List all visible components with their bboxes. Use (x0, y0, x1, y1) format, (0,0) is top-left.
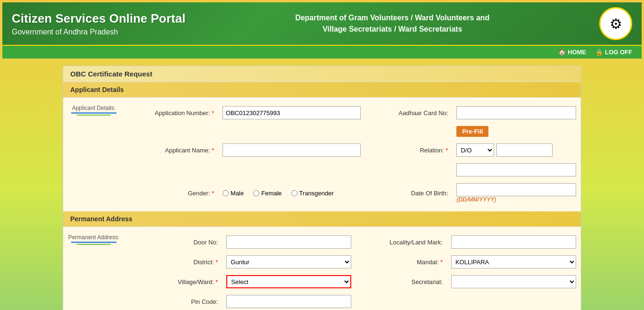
logoff-label: LOG OFF (605, 49, 632, 56)
permanent-form-area: Door No: Locality/Land Mark: Distri (124, 232, 581, 310)
relation-extra-input[interactable] (456, 163, 576, 176)
door-input-cell (223, 233, 355, 251)
aadhaar-input-cell (453, 103, 580, 122)
applicant-sidebar-label: Applicant Details: (66, 105, 122, 111)
sidebar-green-line (77, 115, 111, 116)
lock-icon: 🔒 (595, 49, 603, 56)
application-number-row: Application Number: * Aadhaar Card No: (125, 103, 580, 122)
prefill-button[interactable]: Pre-Fill (456, 126, 488, 137)
home-nav[interactable]: 🏠 HOME (558, 49, 586, 56)
app-name-input-cell (219, 141, 364, 159)
locality-input[interactable] (451, 235, 576, 249)
village-select-cell: Select (223, 272, 355, 291)
gender-label: Gender: * (125, 180, 218, 206)
applicant-form: Applicant Details: Application Number: * (63, 98, 581, 211)
home-icon: 🏠 (558, 49, 566, 56)
pincode-input-cell (223, 292, 355, 310)
mandal-select-cell: KOLLIPARA (447, 252, 580, 271)
permanent-sidebar-label: Permanent Address: (66, 234, 122, 241)
relation-cell: D/O S/O W/O (453, 141, 556, 159)
navbar: 🏠 HOME 🔒 LOG OFF (2, 45, 642, 59)
door-input[interactable] (226, 235, 351, 249)
applicant-layout: Applicant Details: Application Number: * (63, 102, 581, 207)
home-label: HOME (568, 49, 586, 56)
gender-male-radio[interactable] (223, 190, 229, 196)
door-label: Door No: (125, 233, 222, 251)
application-number-input[interactable] (223, 106, 361, 119)
logoff-nav[interactable]: 🔒 LOG OFF (595, 49, 632, 56)
permanent-sidebar: Permanent Address: (63, 232, 124, 310)
sidebar-blue-line (71, 112, 116, 114)
relation-select[interactable]: D/O S/O W/O (456, 143, 494, 157)
village-secretariat-row: Village/Ward: * Select Secretariat: (125, 272, 580, 291)
relation-name-row (125, 160, 580, 179)
secretariat-select-cell (447, 272, 580, 291)
district-label: District: * (125, 252, 222, 271)
applicant-table: Application Number: * Aadhaar Card No: (124, 102, 581, 207)
dept-info: Department of Gram Volunteers / Ward Vol… (295, 12, 489, 35)
portal-title: Citizen Services Online Portal (12, 11, 185, 26)
header-logo: ⚙ (599, 7, 632, 40)
gender-group: Male Female Transgender (223, 190, 361, 197)
pincode-label: Pin Code: (125, 292, 222, 310)
permanent-table: Door No: Locality/Land Mark: Distri (124, 232, 581, 310)
perm-blue-line (71, 242, 116, 243)
dept-line2: Village Secretariats / Ward Secretariats (295, 24, 489, 35)
dob-cell: (DD/MM/YYYY) (453, 180, 580, 206)
applicant-name-input[interactable] (223, 143, 361, 157)
applicant-name-row: Applicant Name: * Relation: * (125, 141, 580, 159)
prefill-row: Pre-Fill (125, 123, 580, 140)
permanent-section-header: Permanent Address (63, 211, 581, 227)
perm-green-line (77, 244, 111, 245)
gender-female-radio[interactable] (253, 190, 259, 196)
mandal-select[interactable]: KOLLIPARA (451, 255, 576, 268)
app-name-label: Applicant Name: * (125, 141, 218, 159)
header-left: Citizen Services Online Portal Governmen… (12, 11, 185, 36)
village-select[interactable]: Select (226, 275, 351, 288)
gender-female-option[interactable]: Female (253, 190, 281, 197)
relation-extra-cell (453, 160, 580, 179)
page-section-title: OBC Certificate Request (63, 66, 581, 82)
gender-dob-row: Gender: * Male (125, 180, 580, 206)
portal-subtitle: Government of Andhra Pradesh (12, 28, 185, 36)
dept-line1: Department of Gram Volunteers / Ward Vol… (295, 12, 489, 24)
aadhaar-input[interactable] (456, 106, 576, 119)
permanent-form: Permanent Address: Door No: Locality/Lan… (63, 227, 581, 310)
pincode-row: Pin Code: (125, 292, 580, 310)
gender-male-option[interactable]: Male (223, 190, 244, 197)
app-num-input-cell (219, 103, 364, 122)
aadhaar-label: Aadhaar Card No: (365, 103, 452, 122)
relation-name-input[interactable] (496, 143, 553, 157)
village-label: Village/Ward: * (125, 272, 222, 291)
dob-input[interactable] (456, 183, 576, 196)
district-mandal-row: District: * Guntur Krishna Visakhapatnam (125, 252, 580, 271)
applicant-sidebar: Applicant Details: (63, 102, 124, 207)
dob-label: Date Of Birth: (365, 180, 452, 206)
permanent-layout: Permanent Address: Door No: Locality/Lan… (63, 232, 581, 310)
app-num-label: Application Number: * (125, 103, 218, 122)
district-select[interactable]: Guntur Krishna Visakhapatnam (226, 255, 351, 268)
locality-input-cell (447, 233, 580, 251)
applicant-section-header: Applicant Details (63, 82, 581, 98)
gender-transgender-option[interactable]: Transgender (291, 190, 334, 197)
header: Citizen Services Online Portal Governmen… (2, 2, 642, 45)
secretariat-label: Secretariat: (356, 272, 446, 291)
relation-label: Relation: * (365, 141, 452, 159)
pincode-input[interactable] (226, 295, 351, 308)
locality-label: Locality/Land Mark: (356, 233, 446, 251)
secretariat-select[interactable] (451, 275, 576, 288)
prefill-cell: Pre-Fill (453, 123, 580, 140)
logo-icon: ⚙ (610, 16, 622, 32)
gender-transgender-radio[interactable] (291, 190, 297, 196)
gender-cell: Male Female Transgender (219, 180, 364, 206)
district-select-cell: Guntur Krishna Visakhapatnam (223, 252, 355, 271)
door-locality-row: Door No: Locality/Land Mark: (125, 233, 580, 251)
applicant-form-area: Application Number: * Aadhaar Card No: (124, 102, 581, 207)
mandal-label: Mandal: * (356, 252, 446, 271)
dob-hint: (DD/MM/YYYY) (456, 196, 576, 203)
main-content: OBC Certificate Request Applicant Detail… (63, 66, 581, 310)
